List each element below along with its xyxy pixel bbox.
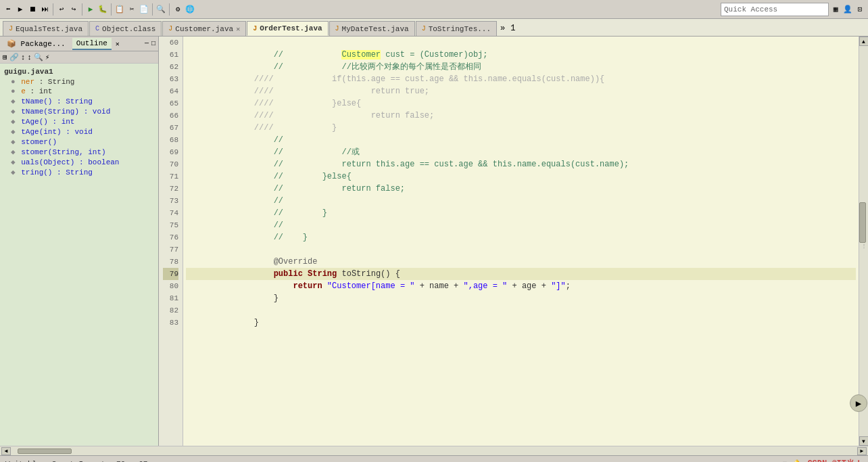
watermark-text: CSDN @IT当！	[807, 458, 863, 462]
outline-btn-3[interactable]: ↕	[21, 53, 26, 62]
hscroll-left-btn[interactable]: ◀	[1, 447, 11, 455]
toolbar-icon-9[interactable]: 📄	[139, 4, 149, 15]
java-icon-4: J	[335, 25, 339, 32]
outline-btn-2[interactable]: 🔗	[9, 53, 19, 62]
outline-item-equals[interactable]: ◆ uals(Object) : boolean	[0, 157, 158, 167]
sidebar-tab-outline[interactable]: Outline	[72, 38, 112, 50]
ln-79: 79	[163, 268, 178, 280]
split-icon: ⋮	[859, 241, 868, 251]
toolbar-icon-7[interactable]: 📋	[114, 4, 125, 15]
class-icon: C	[95, 25, 99, 32]
code-line-60: // Customer cust = (Customer)obj;	[186, 37, 856, 49]
tab-ordertestjava[interactable]: J OrderTest.java	[247, 21, 328, 36]
main-layout: 📦 Package... Outline ✕ ─ □ ⊞ 🔗 ↕ ↕ 🔍 ⚡ g…	[0, 37, 868, 446]
outline-item-getname[interactable]: ◆ tName() : String	[0, 96, 158, 106]
code-line-83	[186, 317, 856, 329]
outline-class-name[interactable]: guigu.java1	[0, 66, 158, 77]
scroll-up-btn[interactable]: ▲	[859, 37, 869, 46]
code-line-75: // }	[186, 219, 856, 231]
status-position: 79 : 67	[116, 460, 147, 463]
outline-item-ner[interactable]: ● ner : String	[0, 77, 158, 87]
toolbar-icon-run[interactable]: ▶	[85, 4, 96, 15]
ln-73: 73	[163, 195, 178, 207]
sidebar-close[interactable]: ✕	[116, 40, 120, 48]
ln-71: 71	[163, 170, 178, 183]
code-line-77: @Override	[186, 244, 856, 256]
toolbar-icon-debug[interactable]: 🐛	[97, 4, 108, 15]
method-icon-getage: ◆	[11, 118, 16, 126]
tab-customerjava[interactable]: J Customer.java ✕	[162, 21, 246, 36]
outline-btn-5[interactable]: 🔍	[34, 53, 43, 62]
tab-close-customer[interactable]: ✕	[236, 25, 240, 33]
ln-61: 61	[163, 49, 178, 61]
outline-item-setname[interactable]: ◆ tName(String) : void	[0, 106, 158, 116]
status-bar: Writable Smart Insert 79 : 67 ⊞ 🔔 CSDN @…	[0, 455, 868, 462]
toolbar-icon-14[interactable]: ⊡	[854, 4, 865, 15]
right-scrollbar[interactable]: ▲ ⋮ ▶ ▼	[859, 37, 868, 446]
scrollbar-thumb[interactable]	[859, 202, 866, 243]
toolbar-sep-1	[53, 3, 53, 16]
code-editor[interactable]: 60 61 62 63 64 65 66 67 68 69 70 71 72 7…	[159, 37, 859, 446]
tab-equalstest[interactable]: J EqualsTest.java	[3, 21, 89, 36]
toolbar-icon-4[interactable]: ⏭	[39, 4, 50, 15]
toolbar-icon-search[interactable]: 🔍	[155, 4, 166, 15]
toolbar-icon-10[interactable]: ⚙	[172, 4, 183, 15]
sidebar-header: 📦 Package... Outline ✕ ─ □	[0, 37, 158, 51]
toolbar-icon-1[interactable]: ⬅	[3, 4, 14, 15]
ln-77: 77	[163, 244, 178, 256]
hscroll-thumb[interactable]	[18, 448, 72, 454]
outline-btn-4[interactable]: ↕	[27, 53, 32, 62]
toolbar-icon-5[interactable]: ↩	[56, 4, 67, 15]
horizontal-scrollbar[interactable]: ◀ ▶	[0, 446, 868, 455]
scroll-down-btn[interactable]: ▼	[859, 436, 869, 446]
toolbar-icon-12[interactable]: ▦	[830, 4, 841, 15]
quick-access-input[interactable]: Quick Access	[721, 3, 829, 16]
ln-74: 74	[163, 207, 178, 219]
toolbar-icon-6[interactable]: ↪	[68, 4, 79, 15]
ln-65: 65	[163, 97, 178, 110]
ln-70: 70	[163, 158, 178, 170]
outline-item-getage[interactable]: ◆ tAge() : int	[0, 116, 158, 126]
tab-overflow[interactable]: »	[498, 21, 508, 36]
ln-62: 62	[163, 61, 178, 73]
ln-63: 63	[163, 73, 178, 85]
ln-64: 64	[163, 85, 178, 97]
ln-76: 76	[163, 231, 178, 244]
toolbar-icon-8[interactable]: ✂	[126, 4, 137, 15]
toolbar-icon-3[interactable]: ⏹	[27, 4, 38, 15]
sidebar-minimize[interactable]: ─	[145, 40, 149, 47]
toolbar-icon-13[interactable]: 👤	[842, 4, 853, 15]
tab-number[interactable]: 1	[508, 21, 518, 36]
code-content[interactable]: // Customer cust = (Customer)obj; // //比…	[183, 37, 859, 446]
main-toolbar: ⬅ ▶ ⏹ ⏭ ↩ ↪ ▶ 🐛 📋 ✂ 📄 🔍 ⚙ 🌐 Quick Access…	[0, 0, 868, 19]
outline-btn-6[interactable]: ⚡	[45, 53, 50, 62]
ln-69: 69	[163, 146, 178, 158]
outline-item-setage[interactable]: ◆ tAge(int) : void	[0, 126, 158, 137]
ln-83: 83	[163, 317, 178, 329]
toolbar-icon-11[interactable]: 🌐	[185, 4, 195, 15]
outline-item-e[interactable]: ● e : int	[0, 87, 158, 96]
java-icon: J	[9, 25, 13, 32]
tab-mydatetestjava[interactable]: J MyDateTest.java	[329, 21, 415, 36]
line-numbers: 60 61 62 63 64 65 66 67 68 69 70 71 72 7…	[159, 37, 183, 446]
method-icon-setname: ◆	[11, 108, 16, 116]
nav-play-btn[interactable]: ▶	[850, 394, 867, 412]
hscroll-right-btn[interactable]: ▶	[857, 447, 867, 455]
code-area: 60 61 62 63 64 65 66 67 68 69 70 71 72 7…	[159, 37, 859, 446]
outline-btn-1[interactable]: ⊞	[3, 53, 7, 62]
sidebar-maximize[interactable]: □	[151, 40, 155, 47]
code-line-68: // //或	[186, 134, 856, 146]
sidebar-tab-package[interactable]: 📦 Package...	[3, 38, 70, 49]
tab-tostringtest[interactable]: J ToStringTes...	[416, 21, 497, 36]
editor-scroll-area[interactable]: 60 61 62 63 64 65 66 67 68 69 70 71 72 7…	[159, 37, 859, 446]
field-icon-ner: ●	[11, 78, 16, 86]
ln-81: 81	[163, 292, 178, 304]
ln-66: 66	[163, 110, 178, 122]
status-right: ⊞ 🔔 CSDN @IT当！	[783, 458, 863, 462]
tab-objectclass[interactable]: C Object.class	[89, 21, 162, 36]
outline-item-constructor1[interactable]: ◆ stomer()	[0, 137, 158, 147]
outline-item-tostring[interactable]: ◆ tring() : String	[0, 167, 158, 177]
toolbar-icon-2[interactable]: ▶	[15, 4, 26, 15]
outline-item-constructor2[interactable]: ◆ stomer(String, int)	[0, 147, 158, 157]
toolbar-sep-3	[111, 3, 112, 16]
